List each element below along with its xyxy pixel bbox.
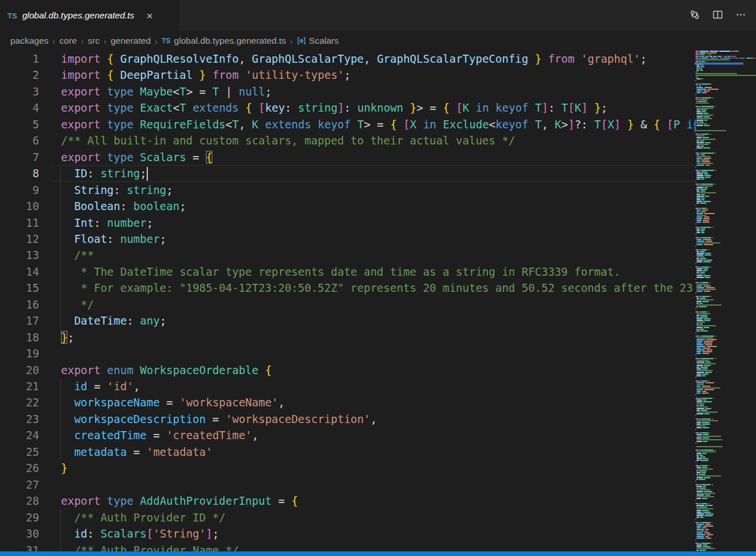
code-line[interactable]: Float: number;	[0, 231, 694, 247]
code-line[interactable]: /** All built-in and custom scalars, map…	[0, 132, 694, 148]
tab-global-db-types[interactable]: TS global.db.types.generated.ts ×	[0, 0, 180, 31]
tab-title: global.db.types.generated.ts	[22, 10, 135, 21]
code-line[interactable]: ID: string;	[0, 165, 694, 181]
minimap[interactable]	[694, 51, 756, 551]
code-line[interactable]: export enum WorkspaceOrderable {	[0, 362, 694, 378]
split-editor-icon	[712, 9, 723, 22]
compare-changes-icon	[689, 9, 700, 22]
code-line[interactable]: };	[0, 329, 694, 345]
typescript-file-icon: TS	[7, 12, 17, 20]
breadcrumb-symbol-item[interactable]: Scalars	[297, 36, 339, 46]
code-line[interactable]: import { GraphQLResolveInfo, GraphQLScal…	[0, 51, 694, 67]
code-line[interactable]: Boolean: boolean;	[0, 198, 694, 214]
breadcrumb-item[interactable]: packages	[10, 36, 48, 46]
chevron-right-icon: ›	[290, 36, 293, 46]
code-line[interactable]: import { DeepPartial } from 'utility-typ…	[0, 67, 694, 83]
ellipsis-icon	[735, 9, 746, 22]
code-line[interactable]: createdTime = 'createdTime',	[0, 427, 694, 443]
breadcrumb: packages›core›src›generated›TSglobal.db.…	[0, 31, 756, 51]
breadcrumb-item[interactable]: generated	[110, 36, 151, 46]
code-line[interactable]: workspaceDescription = 'workspaceDescrip…	[0, 411, 694, 427]
code-area[interactable]: 1import { GraphQLResolveInfo, GraphQLSca…	[0, 51, 694, 551]
more-actions-button[interactable]	[734, 9, 747, 22]
split-editor-button[interactable]	[711, 9, 724, 22]
code-line[interactable]: /** Auth Provider Name */	[0, 542, 694, 552]
code-line[interactable]: id: Scalars['String'];	[0, 525, 694, 542]
breadcrumb-item[interactable]: core	[59, 36, 77, 46]
typescript-file-icon: TS	[162, 37, 170, 45]
breadcrumb-file-item[interactable]: TSglobal.db.types.generated.ts	[162, 36, 286, 46]
editor-actions	[688, 0, 756, 31]
code-line[interactable]: * For example: "1985-04-12T23:20:50.52Z"…	[0, 280, 694, 296]
code-line[interactable]: }	[0, 460, 694, 476]
editor: 1import { GraphQLResolveInfo, GraphQLSca…	[0, 51, 756, 551]
chevron-right-icon: ›	[155, 36, 158, 46]
open-changes-button[interactable]	[688, 9, 701, 22]
tab-bar: TS global.db.types.generated.ts ×	[0, 0, 756, 31]
breadcrumb-symbol-label: Scalars	[309, 36, 339, 46]
code-line[interactable]: export type Exact<T extends { [key: stri…	[0, 100, 694, 116]
chevron-right-icon: ›	[81, 36, 84, 46]
code-line[interactable]: /**	[0, 247, 694, 263]
code-line[interactable]: id = 'id',	[0, 378, 694, 394]
code-line[interactable]	[0, 345, 694, 361]
code-line[interactable]: metadata = 'metadata'	[0, 444, 694, 460]
tab-close-icon[interactable]: ×	[144, 10, 155, 22]
code-line[interactable]	[0, 477, 694, 493]
code-line[interactable]: /** Auth Provider ID */	[0, 509, 694, 525]
code-line[interactable]: export type AddAuthProviderInput = {	[0, 493, 694, 509]
vscode-window: { "tab": { "icon": "TS", "title": "globa…	[0, 0, 756, 556]
chevron-right-icon: ›	[104, 36, 106, 46]
breadcrumb-item[interactable]: src	[88, 36, 100, 46]
code-line[interactable]: */	[0, 296, 694, 313]
code-line[interactable]: workspaceName = 'workspaceName',	[0, 394, 694, 410]
code-line[interactable]: export type RequireFields<T, K extends k…	[0, 116, 694, 132]
code-line[interactable]: export type Maybe<T> = T | null;	[0, 83, 694, 100]
code-line[interactable]: Int: number;	[0, 215, 694, 231]
code-line[interactable]: DateTime: any;	[0, 313, 694, 329]
code-line[interactable]: * The DateTime scalar type represents da…	[0, 264, 694, 280]
breadcrumb-file-label: global.db.types.generated.ts	[174, 36, 286, 46]
chevron-right-icon: ›	[52, 36, 55, 46]
code-line[interactable]: String: string;	[0, 182, 694, 198]
symbol-type-icon	[297, 36, 306, 45]
text-cursor	[147, 167, 148, 181]
code-line[interactable]: export type Scalars = {	[0, 149, 694, 165]
status-bar-strip	[0, 551, 756, 556]
